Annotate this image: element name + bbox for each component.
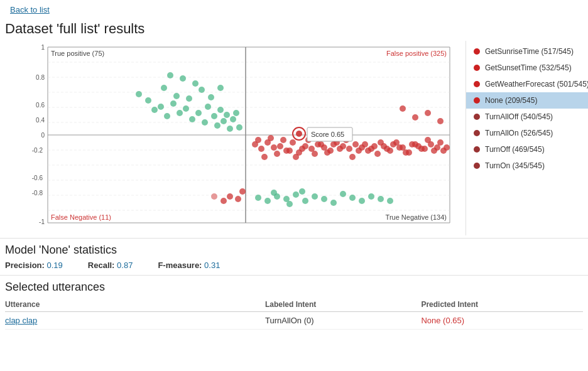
svg-point-71 <box>286 201 293 207</box>
svg-point-25 <box>136 91 142 97</box>
labeled-intent-cell: TurnAllOn (0) <box>265 312 421 330</box>
sidebar-item-turnon[interactable]: TurnOn (345/545) <box>466 158 588 174</box>
svg-point-129 <box>387 148 393 154</box>
fmeasure-value: 0.31 <box>204 261 220 270</box>
sidebar-item-getweatherforecast[interactable]: GetWeatherForecast (501/545) <box>466 76 588 92</box>
sidebar-label-getweatherforecast: GetWeatherForecast (501/545) <box>485 80 588 89</box>
svg-point-55 <box>255 195 261 201</box>
utterance-link[interactable]: clap clap <box>5 316 37 325</box>
svg-point-50 <box>208 94 214 100</box>
svg-point-93 <box>352 141 359 148</box>
precision-label: Precision: <box>5 261 45 270</box>
svg-point-120 <box>330 141 337 148</box>
svg-point-64 <box>340 191 346 197</box>
svg-text:-0.8: -0.8 <box>31 190 43 196</box>
svg-point-37 <box>211 113 217 119</box>
score-tooltip-text: Score 0.65 <box>311 131 344 138</box>
svg-point-119 <box>324 149 330 156</box>
sidebar-label-getsunrisetime: GetSunriseTime (517/545) <box>485 47 574 56</box>
sidebar-item-none[interactable]: None (209/545) <box>466 92 588 109</box>
svg-point-132 <box>406 149 412 156</box>
utterances-section: Selected utterances Utterance Labeled In… <box>0 275 588 330</box>
svg-point-66 <box>359 198 365 204</box>
svg-point-75 <box>227 193 233 200</box>
svg-text:0.8: 0.8 <box>36 74 45 81</box>
sidebar-label-turnallon: TurnAllOn (526/545) <box>485 129 553 137</box>
stats-section: Model 'None' statistics Precision: 0.19 … <box>0 238 588 272</box>
utterances-title: Selected utterances <box>5 281 583 294</box>
svg-point-33 <box>189 116 195 122</box>
svg-point-114 <box>293 154 299 160</box>
sidebar-item-turnalloff[interactable]: TurnAllOff (540/545) <box>466 109 588 125</box>
back-link[interactable]: Back to list <box>5 3 55 17</box>
recall-label: Recall: <box>88 261 115 270</box>
svg-point-128 <box>381 143 387 149</box>
svg-point-62 <box>321 196 327 202</box>
recall-stat: Recall: 0.87 <box>88 261 133 270</box>
table-row: clap clap TurnAllOn (0) None (0.65) <box>5 312 583 330</box>
sidebar-item-getsunrisetime[interactable]: GetSunriseTime (517/545) <box>466 43 588 60</box>
svg-point-115 <box>299 146 305 152</box>
svg-point-69 <box>387 198 393 204</box>
svg-point-42 <box>227 126 233 132</box>
svg-point-73 <box>239 188 246 195</box>
svg-point-74 <box>235 196 241 202</box>
svg-point-136 <box>431 148 437 154</box>
svg-point-48 <box>186 95 192 102</box>
svg-point-135 <box>425 137 431 143</box>
svg-text:0.4: 0.4 <box>36 117 45 124</box>
svg-point-59 <box>293 191 299 198</box>
svg-point-60 <box>302 198 308 204</box>
svg-point-113 <box>286 148 293 154</box>
sidebar-dot-getsunsettime <box>474 65 480 71</box>
svg-point-141 <box>425 110 431 116</box>
svg-point-30 <box>170 100 177 107</box>
svg-point-110 <box>268 135 274 141</box>
svg-point-65 <box>349 195 356 201</box>
svg-point-47 <box>173 93 180 99</box>
sidebar-label-turnon: TurnOn (345/545) <box>485 161 545 170</box>
sidebar-label-none: None (209/545) <box>485 96 537 105</box>
svg-text:-0.6: -0.6 <box>31 175 43 181</box>
svg-point-63 <box>330 200 337 206</box>
sidebar-item-turnoff[interactable]: TurnOff (469/545) <box>466 141 588 158</box>
svg-text:-0.2: -0.2 <box>31 147 43 154</box>
svg-point-81 <box>277 143 283 149</box>
chart-container: 1 0.8 0.6 0.4 0 -0.2 -0.6 -0.8 -1 True p… <box>13 41 453 235</box>
false-negative-label: False Negative (11) <box>51 213 111 221</box>
sidebar-dot-getweatherforecast <box>474 81 480 87</box>
utterances-table: Utterance Labeled Intent Predicted Inten… <box>5 298 583 330</box>
svg-point-28 <box>158 104 164 110</box>
svg-point-138 <box>444 144 450 151</box>
utterance-cell[interactable]: clap clap <box>5 312 265 330</box>
svg-point-32 <box>183 105 189 112</box>
svg-point-45 <box>236 124 242 131</box>
svg-text:-1: -1 <box>39 218 45 225</box>
svg-point-46 <box>161 85 167 91</box>
sidebar-dot-none <box>474 97 480 104</box>
sidebar-item-turnallon[interactable]: TurnAllOn (526/545) <box>466 125 588 141</box>
svg-point-61 <box>312 193 318 200</box>
svg-point-131 <box>400 144 406 151</box>
scatter-chart: 1 0.8 0.6 0.4 0 -0.2 -0.6 -0.8 -1 True p… <box>13 41 453 235</box>
svg-point-124 <box>356 148 362 154</box>
col-predicted: Predicted Intent <box>421 298 583 312</box>
svg-point-35 <box>202 119 208 126</box>
svg-point-133 <box>412 141 418 148</box>
svg-point-56 <box>264 198 271 204</box>
svg-point-126 <box>368 146 374 152</box>
sidebar-label-getsunsettime: GetSunsetTime (532/545) <box>485 63 572 72</box>
svg-point-49 <box>199 87 205 93</box>
svg-point-139 <box>400 105 406 112</box>
svg-point-39 <box>217 107 224 113</box>
svg-point-134 <box>418 146 425 152</box>
svg-text:0.6: 0.6 <box>36 102 45 109</box>
sidebar-label-turnoff: TurnOff (469/545) <box>485 145 545 154</box>
sidebar-dot-turnalloff <box>474 114 480 120</box>
page-title: Dataset 'full list' results <box>0 19 588 41</box>
svg-point-111 <box>274 151 280 157</box>
chart-area: 1 0.8 0.6 0.4 0 -0.2 -0.6 -0.8 -1 True p… <box>0 41 466 235</box>
false-positive-label: False positive (325) <box>386 50 447 57</box>
sidebar-item-getsunsettime[interactable]: GetSunsetTime (532/545) <box>466 60 588 76</box>
precision-value: 0.19 <box>46 261 62 270</box>
